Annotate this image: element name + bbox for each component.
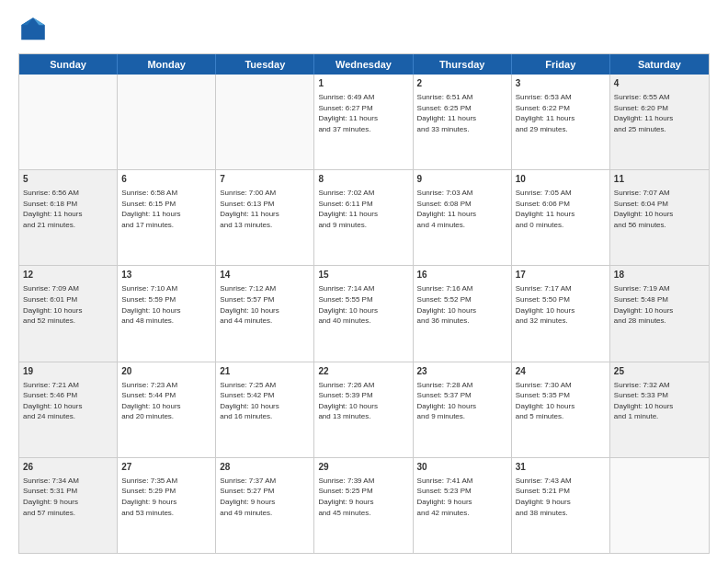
day-number: 11 (614, 173, 705, 186)
day-number: 20 (121, 365, 211, 378)
day-cell-30: 30Sunrise: 7:41 AM Sunset: 5:23 PM Dayli… (414, 458, 512, 553)
header (18, 15, 710, 44)
day-info: Sunrise: 6:49 AM Sunset: 6:27 PM Dayligh… (318, 92, 408, 134)
calendar-body: 1Sunrise: 6:49 AM Sunset: 6:27 PM Daylig… (19, 75, 709, 553)
day-number: 9 (417, 173, 507, 186)
empty-cell-0-2 (216, 75, 314, 169)
weekday-header-thursday: Thursday (414, 54, 512, 75)
day-number: 31 (516, 461, 606, 474)
weekday-header-wednesday: Wednesday (314, 54, 413, 75)
day-cell-6: 6Sunrise: 6:58 AM Sunset: 6:15 PM Daylig… (118, 170, 216, 265)
weekday-header-monday: Monday (118, 54, 216, 75)
day-cell-29: 29Sunrise: 7:39 AM Sunset: 5:25 PM Dayli… (314, 458, 413, 553)
day-info: Sunrise: 7:19 AM Sunset: 5:48 PM Dayligh… (614, 283, 705, 326)
weekday-header-friday: Friday (512, 54, 610, 75)
calendar-row-0: 1Sunrise: 6:49 AM Sunset: 6:27 PM Daylig… (19, 75, 709, 170)
day-info: Sunrise: 6:51 AM Sunset: 6:25 PM Dayligh… (417, 92, 507, 134)
day-info: Sunrise: 7:12 AM Sunset: 5:57 PM Dayligh… (220, 283, 310, 326)
day-info: Sunrise: 7:28 AM Sunset: 5:37 PM Dayligh… (417, 380, 507, 422)
day-number: 28 (220, 461, 310, 474)
day-cell-20: 20Sunrise: 7:23 AM Sunset: 5:44 PM Dayli… (118, 362, 216, 457)
day-info: Sunrise: 7:26 AM Sunset: 5:39 PM Dayligh… (318, 380, 408, 422)
day-info: Sunrise: 7:14 AM Sunset: 5:55 PM Dayligh… (318, 283, 408, 326)
day-number: 21 (220, 365, 310, 378)
day-cell-13: 13Sunrise: 7:10 AM Sunset: 5:59 PM Dayli… (118, 266, 216, 361)
day-cell-3: 3Sunrise: 6:53 AM Sunset: 6:22 PM Daylig… (512, 75, 610, 169)
calendar-header: SundayMondayTuesdayWednesdayThursdayFrid… (19, 54, 709, 75)
day-number: 22 (318, 365, 408, 378)
day-number: 3 (516, 77, 606, 90)
day-info: Sunrise: 7:23 AM Sunset: 5:44 PM Dayligh… (121, 380, 211, 422)
day-info: Sunrise: 7:37 AM Sunset: 5:27 PM Dayligh… (220, 476, 310, 518)
day-number: 18 (614, 269, 705, 282)
day-info: Sunrise: 7:32 AM Sunset: 5:33 PM Dayligh… (614, 380, 705, 422)
weekday-header-sunday: Sunday (19, 54, 118, 75)
logo-icon (18, 15, 48, 44)
day-number: 13 (121, 269, 211, 282)
weekday-header-tuesday: Tuesday (216, 54, 314, 75)
day-info: Sunrise: 7:10 AM Sunset: 5:59 PM Dayligh… (121, 283, 211, 326)
day-number: 8 (318, 173, 408, 186)
day-number: 6 (121, 173, 211, 186)
day-info: Sunrise: 7:07 AM Sunset: 6:04 PM Dayligh… (614, 188, 705, 230)
day-info: Sunrise: 7:16 AM Sunset: 5:52 PM Dayligh… (417, 283, 507, 326)
day-info: Sunrise: 7:21 AM Sunset: 5:46 PM Dayligh… (23, 380, 113, 422)
day-cell-8: 8Sunrise: 7:02 AM Sunset: 6:11 PM Daylig… (314, 170, 413, 265)
day-cell-14: 14Sunrise: 7:12 AM Sunset: 5:57 PM Dayli… (216, 266, 314, 361)
day-cell-16: 16Sunrise: 7:16 AM Sunset: 5:52 PM Dayli… (414, 266, 512, 361)
day-number: 16 (417, 269, 507, 282)
day-info: Sunrise: 7:25 AM Sunset: 5:42 PM Dayligh… (220, 380, 310, 422)
day-cell-9: 9Sunrise: 7:03 AM Sunset: 6:08 PM Daylig… (414, 170, 512, 265)
day-info: Sunrise: 7:43 AM Sunset: 5:21 PM Dayligh… (516, 476, 606, 518)
logo (18, 15, 51, 44)
weekday-header-saturday: Saturday (610, 54, 709, 75)
day-number: 2 (417, 77, 507, 90)
day-number: 23 (417, 365, 507, 378)
day-info: Sunrise: 6:56 AM Sunset: 6:18 PM Dayligh… (23, 188, 113, 230)
page: SundayMondayTuesdayWednesdayThursdayFrid… (0, 0, 728, 563)
day-info: Sunrise: 7:00 AM Sunset: 6:13 PM Dayligh… (220, 188, 310, 230)
day-number: 26 (23, 461, 113, 474)
day-info: Sunrise: 7:41 AM Sunset: 5:23 PM Dayligh… (417, 476, 507, 518)
calendar-row-1: 5Sunrise: 6:56 AM Sunset: 6:18 PM Daylig… (19, 170, 709, 266)
empty-cell-0-1 (118, 75, 216, 169)
day-number: 1 (318, 77, 408, 90)
day-cell-24: 24Sunrise: 7:30 AM Sunset: 5:35 PM Dayli… (512, 362, 610, 457)
day-number: 30 (417, 461, 507, 474)
day-number: 7 (220, 173, 310, 186)
day-number: 4 (614, 77, 705, 90)
day-cell-4: 4Sunrise: 6:55 AM Sunset: 6:20 PM Daylig… (610, 75, 709, 169)
day-cell-23: 23Sunrise: 7:28 AM Sunset: 5:37 PM Dayli… (414, 362, 512, 457)
day-cell-5: 5Sunrise: 6:56 AM Sunset: 6:18 PM Daylig… (19, 170, 118, 265)
day-info: Sunrise: 6:58 AM Sunset: 6:15 PM Dayligh… (121, 188, 211, 230)
calendar: SundayMondayTuesdayWednesdayThursdayFrid… (18, 53, 710, 554)
day-number: 15 (318, 269, 408, 282)
day-number: 25 (614, 365, 705, 378)
calendar-row-3: 19Sunrise: 7:21 AM Sunset: 5:46 PM Dayli… (19, 362, 709, 458)
day-cell-25: 25Sunrise: 7:32 AM Sunset: 5:33 PM Dayli… (610, 362, 709, 457)
day-info: Sunrise: 7:05 AM Sunset: 6:06 PM Dayligh… (516, 188, 606, 230)
day-cell-1: 1Sunrise: 6:49 AM Sunset: 6:27 PM Daylig… (314, 75, 413, 169)
day-cell-12: 12Sunrise: 7:09 AM Sunset: 6:01 PM Dayli… (19, 266, 118, 361)
empty-cell-4-6 (610, 458, 709, 553)
day-info: Sunrise: 7:03 AM Sunset: 6:08 PM Dayligh… (417, 188, 507, 230)
day-number: 24 (516, 365, 606, 378)
day-info: Sunrise: 7:09 AM Sunset: 6:01 PM Dayligh… (23, 283, 113, 326)
day-info: Sunrise: 7:02 AM Sunset: 6:11 PM Dayligh… (318, 188, 408, 230)
day-number: 10 (516, 173, 606, 186)
day-cell-10: 10Sunrise: 7:05 AM Sunset: 6:06 PM Dayli… (512, 170, 610, 265)
day-cell-28: 28Sunrise: 7:37 AM Sunset: 5:27 PM Dayli… (216, 458, 314, 553)
day-number: 29 (318, 461, 408, 474)
calendar-row-2: 12Sunrise: 7:09 AM Sunset: 6:01 PM Dayli… (19, 266, 709, 362)
day-info: Sunrise: 6:55 AM Sunset: 6:20 PM Dayligh… (614, 92, 705, 134)
day-info: Sunrise: 7:35 AM Sunset: 5:29 PM Dayligh… (121, 476, 211, 518)
day-info: Sunrise: 6:53 AM Sunset: 6:22 PM Dayligh… (516, 92, 606, 134)
day-info: Sunrise: 7:17 AM Sunset: 5:50 PM Dayligh… (516, 283, 606, 326)
day-cell-19: 19Sunrise: 7:21 AM Sunset: 5:46 PM Dayli… (19, 362, 118, 457)
day-number: 17 (516, 269, 606, 282)
day-number: 5 (23, 173, 113, 186)
day-number: 19 (23, 365, 113, 378)
day-cell-21: 21Sunrise: 7:25 AM Sunset: 5:42 PM Dayli… (216, 362, 314, 457)
svg-marker-0 (21, 17, 45, 40)
day-cell-26: 26Sunrise: 7:34 AM Sunset: 5:31 PM Dayli… (19, 458, 118, 553)
